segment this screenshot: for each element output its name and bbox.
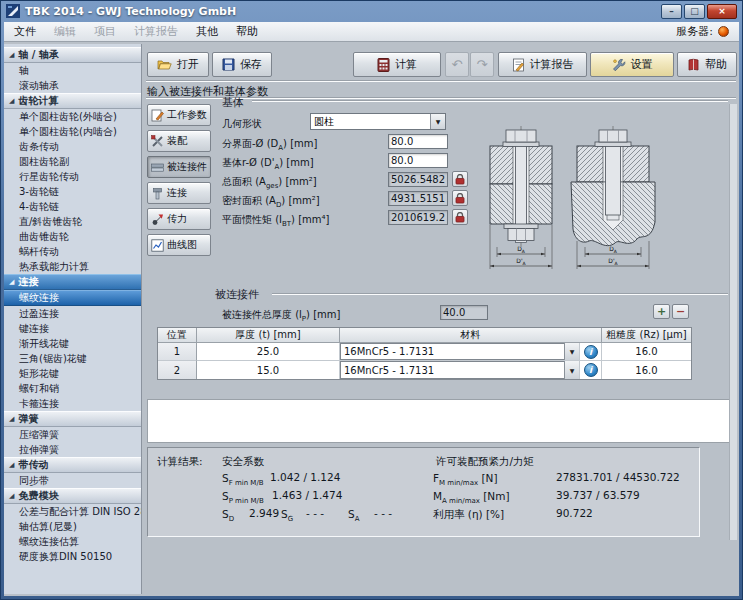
substitute-diameter-label: 基体r-Ø (D'A) [mm] [222, 156, 314, 171]
material-select[interactable]: 16MnCr5 - 1.7131 ▼ [340, 361, 580, 379]
calculate-button[interactable]: 计算 [353, 52, 441, 77]
open-button[interactable]: 打开 [147, 52, 209, 77]
sf-value: 1.042 / 1.124 [270, 471, 340, 483]
sidebar-item-tolerance-fits[interactable]: 公差与配合计算 DIN ISO 286 [4, 504, 141, 519]
nav-force-button[interactable]: 传力 [147, 208, 211, 230]
section-title: 带传动 [18, 458, 48, 472]
nav-label: 工作参数 [167, 108, 207, 122]
sp-label: SP min M/B [222, 490, 264, 505]
material-info-button[interactable]: i [584, 345, 598, 359]
help-book-icon [687, 58, 700, 72]
menu-report[interactable]: 计算报告 [134, 24, 178, 39]
sidebar-item-spiral-bevel-gear[interactable]: 曲齿锥齿轮 [4, 229, 141, 244]
thickness-cell[interactable]: 15.0 [197, 361, 340, 379]
moment-of-inertia-lock-button[interactable] [452, 209, 468, 225]
sidebar-item-compression-spring[interactable]: 压缩弹簧 [4, 427, 141, 442]
material-select[interactable]: 16MnCr5 - 1.7131 ▼ [340, 343, 580, 361]
nav-label: 传力 [167, 212, 187, 226]
minimize-button[interactable]: – [661, 4, 682, 19]
sidebar-item-four-gear-train[interactable]: 4-齿轮链 [4, 199, 141, 214]
settings-button[interactable]: 设置 [590, 52, 674, 77]
undo-button[interactable]: ↶ [445, 52, 469, 77]
add-row-button[interactable]: + [653, 304, 670, 319]
help-button[interactable]: 帮助 [677, 52, 737, 77]
sidebar-item-worm-drive[interactable]: 蜗杆传动 [4, 244, 141, 259]
document-pencil-icon [151, 109, 164, 122]
interface-diameter-input[interactable] [388, 134, 448, 149]
roughness-cell[interactable]: 16.0 [602, 361, 691, 379]
menu-other[interactable]: 其他 [196, 24, 218, 39]
total-area-label: 总面积 (Ages) [mm²] [222, 175, 317, 190]
sidebar-item-single-cyl-gear-external[interactable]: 单个圆柱齿轮(外啮合) [4, 109, 141, 124]
maximize-button[interactable]: □ [684, 4, 705, 19]
substitute-diameter-input[interactable] [388, 153, 448, 168]
preload-header: 许可装配预紧力/力矩 [436, 455, 534, 469]
toolbar-divider [146, 80, 736, 82]
sidebar-item-serration-spline[interactable]: 三角(锯齿)花键 [4, 351, 141, 366]
row-header: 2 [158, 361, 197, 379]
section-title: 连接 [18, 275, 38, 289]
sidebar-item-rect-spline[interactable]: 矩形花键 [4, 366, 141, 381]
settings-label: 设置 [631, 57, 653, 72]
menu-file[interactable]: 文件 [14, 24, 36, 39]
sidebar-item-involute-spline[interactable]: 渐开线花键 [4, 336, 141, 351]
sidebar-item-bolted-connection[interactable]: 螺纹连接 [4, 290, 141, 306]
svg-text:DA: DA [609, 245, 618, 254]
section-gear-calculation[interactable]: ◢齿轮计算 [4, 93, 141, 109]
thickness-cell[interactable]: 25.0 [197, 343, 340, 361]
section-shaft-bearings[interactable]: ◢轴 / 轴承 [4, 47, 141, 63]
sidebar-item-cyl-gear-pair[interactable]: 圆柱齿轮副 [4, 154, 141, 169]
sidebar-item-single-cyl-gear-internal[interactable]: 单个圆柱齿轮(内啮合) [4, 124, 141, 139]
moment-of-inertia-value [388, 210, 448, 225]
sidebar-item-screws-pins[interactable]: 螺钉和销 [4, 381, 141, 396]
nav-clamped-parts-button[interactable]: 被连接件 [147, 156, 211, 178]
nav-working-parameters-button[interactable]: 工作参数 [147, 104, 211, 126]
save-button[interactable]: 保存 [212, 52, 272, 77]
nav-connection-button[interactable]: 连接 [147, 182, 211, 204]
total-area-lock-button[interactable] [452, 171, 468, 187]
total-thickness-label: 被连接件总厚度 (lP) [mm] [222, 308, 340, 323]
sidebar-item-hardness-conversion[interactable]: 硬度换算DIN 50150 [4, 549, 141, 564]
sidebar-item-extension-spring[interactable]: 拉伸弹簧 [4, 442, 141, 457]
sidebar-item-bolt-estimation[interactable]: 螺纹连接估算 [4, 534, 141, 549]
menu-edit[interactable]: 编辑 [54, 24, 76, 39]
sidebar-item-thermal-capacity[interactable]: 热承载能力计算 [4, 259, 141, 274]
section-title: 弹簧 [18, 412, 38, 426]
sidebar-item-bevel-gear[interactable]: 直/斜齿锥齿轮 [4, 214, 141, 229]
sidebar-item-shaft[interactable]: 轴 [4, 63, 141, 78]
sidebar-item-timing-belt[interactable]: 同步带 [4, 473, 141, 488]
sidebar-item-interference-fit[interactable]: 过盈连接 [4, 306, 141, 321]
nav-assembly-button[interactable]: 装配 [147, 130, 211, 152]
sidebar-item-rack-drive[interactable]: 齿条传动 [4, 139, 141, 154]
col-roughness: 粗糙度 (Rz) [µm] [602, 328, 691, 343]
menu-help[interactable]: 帮助 [236, 24, 258, 39]
remove-row-button[interactable]: − [672, 304, 689, 319]
redo-button[interactable]: ↷ [470, 52, 494, 77]
nav-curve-diagram-button[interactable]: 曲线图 [147, 234, 211, 256]
chevron-down-icon: ▼ [564, 361, 579, 379]
menu-project[interactable]: 项目 [94, 24, 116, 39]
sidebar-item-shaft-estimation[interactable]: 轴估算(尼曼) [4, 519, 141, 534]
material-value: 16MnCr5 - 1.7131 [340, 346, 564, 357]
sidebar-item-rolling-bearing[interactable]: 滚动轴承 [4, 78, 141, 93]
report-button[interactable]: 计算报告 [498, 52, 587, 77]
moment-of-inertia-label: 平面惯性矩 (IBT) [mm⁴] [222, 213, 329, 228]
interface-diameter-label: 分界面-Ø (DA) [mm] [222, 137, 317, 152]
sidebar-item-key-connection[interactable]: 键连接 [4, 321, 141, 336]
section-connections[interactable]: ◢连接 [4, 274, 141, 290]
col-position: 位置 [158, 328, 197, 343]
material-info-button[interactable]: i [584, 363, 598, 377]
sidebar-item-planetary-gear[interactable]: 行星齿轮传动 [4, 169, 141, 184]
close-button[interactable]: × [707, 4, 737, 19]
expander-icon: ◢ [9, 48, 14, 62]
roughness-cell[interactable]: 16.0 [602, 343, 691, 361]
force-arrow-icon [151, 213, 164, 226]
section-belt-drives[interactable]: ◢带传动 [4, 457, 141, 473]
geometry-shape-select[interactable]: 圆柱 ▼ [310, 113, 446, 130]
section-springs[interactable]: ◢弹簧 [4, 411, 141, 427]
sidebar-item-clamp-connection[interactable]: 卡箍连接 [4, 396, 141, 411]
table-header-row: 位置 厚度 (t) [mm] 材料 粗糙度 (Rz) [µm] [158, 328, 691, 343]
sidebar-item-three-gear-train[interactable]: 3-齿轮链 [4, 184, 141, 199]
section-free-modules[interactable]: ◢免费模块 [4, 488, 141, 504]
sealing-area-lock-button[interactable] [452, 190, 468, 206]
